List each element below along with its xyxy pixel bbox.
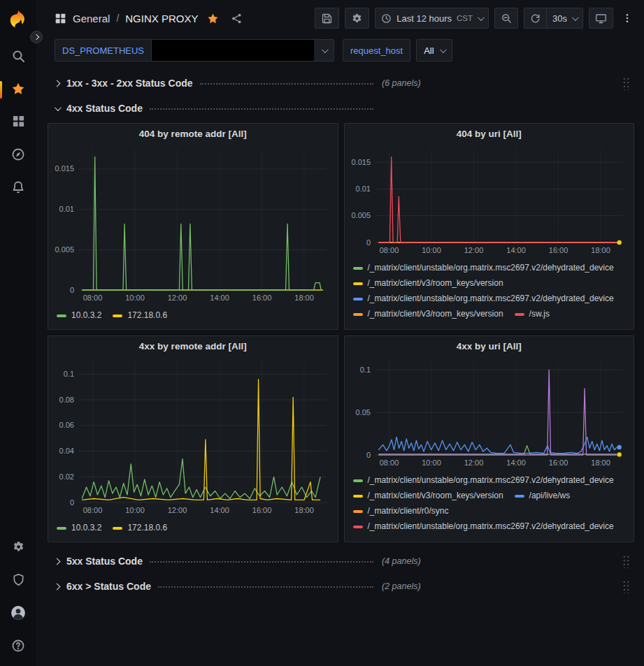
legend-item[interactable]: /_matrix/client/unstable/org.matrix.msc2…: [353, 520, 614, 533]
legend-item[interactable]: /_matrix/client/unstable/org.matrix.msc2…: [353, 474, 614, 487]
panel-title[interactable]: 4xx by remote addr [All]: [48, 336, 338, 356]
svg-text:0.01: 0.01: [59, 205, 74, 213]
row-dots: [150, 108, 373, 110]
chevron-right-icon: [54, 583, 61, 590]
sidebar-item-alerting[interactable]: [0, 172, 36, 205]
sidebar-item-starred[interactable]: [0, 73, 36, 106]
row-drag-handle[interactable]: [622, 77, 630, 90]
save-dashboard-button[interactable]: [315, 8, 339, 29]
kebab-menu-button[interactable]: [619, 10, 636, 27]
legend-item[interactable]: /_matrix/client/unstable/org.matrix.msc2…: [353, 261, 614, 275]
sidebar-item-search[interactable]: [0, 41, 36, 73]
favorite-star-button[interactable]: [204, 10, 222, 27]
chevron-right-icon: [54, 80, 61, 87]
row-title: 5xx Status Code: [66, 556, 143, 567]
svg-text:0.08: 0.08: [59, 396, 74, 404]
legend-label: 10.0.3.2: [71, 309, 101, 322]
panel-title[interactable]: 404 by uri [All]: [345, 124, 634, 143]
time-range-picker[interactable]: Last 12 hours CST: [375, 8, 489, 29]
row-header-1xx-3xx-2xx[interactable]: 1xx - 3xx - 2xx Status Code (6 panels): [48, 73, 634, 94]
svg-text:0.05: 0.05: [355, 408, 370, 417]
sidebar-item-explore[interactable]: [0, 139, 36, 172]
row-drag-handle[interactable]: [622, 580, 630, 593]
time-zone-label: CST: [457, 14, 473, 22]
sidebar-item-dashboards[interactable]: [0, 106, 36, 139]
refresh-button[interactable]: [524, 8, 547, 29]
legend-swatch: [353, 282, 363, 285]
share-dashboard-button[interactable]: [228, 10, 245, 27]
row-title: 4xx Status Code: [66, 103, 143, 114]
variable-request-host: request_host All: [343, 39, 452, 61]
variable-ds-value-redacted: [152, 40, 314, 61]
legend-swatch: [353, 267, 363, 270]
legend-item[interactable]: /_matrix/client/v3/room_keys/version: [353, 277, 503, 290]
svg-text:18:00: 18:00: [294, 294, 314, 302]
legend-item[interactable]: 10.0.3.2: [57, 521, 101, 535]
legend-item[interactable]: /_matrix/client/v3/room_keys/version: [353, 307, 503, 321]
time-series-chart[interactable]: 00.0050.010.01508:0010:0012:0014:0016:00…: [345, 143, 634, 259]
svg-text:0.06: 0.06: [59, 421, 74, 429]
legend-label: /_matrix/client/v3/room_keys/version: [368, 489, 503, 502]
legend-item[interactable]: /api/live/ws: [515, 489, 571, 502]
time-series-chart[interactable]: 00.0050.010.01508:0010:0012:0014:0016:00…: [48, 143, 338, 307]
svg-text:10:00: 10:00: [125, 506, 145, 514]
sidebar-item-help[interactable]: [0, 630, 36, 663]
panel-title[interactable]: 4xx by uri [All]: [345, 336, 634, 356]
legend-swatch: [57, 314, 66, 317]
sidebar-bottom-nav: [0, 532, 36, 666]
grafana-logo[interactable]: [6, 7, 30, 31]
svg-text:0.1: 0.1: [359, 365, 370, 374]
tv-mode-button[interactable]: [589, 8, 613, 29]
legend-item[interactable]: /sw.js: [515, 307, 550, 321]
variable-ds-prometheus: DS_PROMETHEUS: [55, 39, 334, 61]
sidebar-item-configuration[interactable]: [0, 532, 36, 565]
legend-swatch: [515, 495, 524, 498]
svg-text:16:00: 16:00: [548, 246, 568, 254]
panel-title[interactable]: 404 by remote addr [All]: [48, 124, 338, 143]
bell-icon: [11, 180, 25, 197]
row-header-4xx[interactable]: 4xx Status Code: [48, 98, 634, 119]
sidebar-item-profile[interactable]: [0, 598, 36, 630]
dashboard-settings-button[interactable]: [345, 8, 369, 29]
sidebar-item-server-admin[interactable]: [0, 565, 36, 598]
legend-item[interactable]: 172.18.0.6: [113, 309, 167, 322]
svg-text:10:00: 10:00: [125, 294, 145, 302]
row-header-6xx[interactable]: 6xx > Status Code (2 panels): [48, 576, 634, 597]
monitor-icon: [595, 13, 607, 24]
legend-item[interactable]: 10.0.3.2: [57, 309, 101, 322]
legend-label: /_matrix/client/v3/room_keys/version: [368, 307, 503, 321]
svg-text:14:00: 14:00: [210, 294, 229, 302]
row-drag-handle[interactable]: [622, 555, 630, 568]
time-series-chart[interactable]: 00.020.040.060.080.108:0010:0012:0014:00…: [48, 356, 338, 519]
row-dots: [150, 561, 373, 563]
time-series-chart[interactable]: 00.050.108:0010:0012:0014:0016:0018:00: [345, 356, 634, 472]
dashboard-title[interactable]: NGINX PROXY: [125, 13, 198, 24]
row-header-5xx[interactable]: 5xx Status Code (4 panels): [48, 551, 634, 572]
breadcrumb-folder[interactable]: General: [73, 13, 110, 24]
svg-text:0: 0: [70, 286, 74, 294]
breadcrumb: General / NGINX PROXY: [55, 10, 245, 27]
legend-label: 172.18.0.6: [127, 309, 167, 322]
row-lead: 4xx Status Code: [55, 103, 380, 114]
legend-swatch: [353, 313, 363, 316]
legend-swatch: [57, 527, 66, 530]
row-panel-count: (2 panels): [382, 581, 421, 591]
row-dots: [158, 586, 373, 588]
legend-item[interactable]: /_matrix/client/r0/sync: [353, 505, 449, 518]
legend-item[interactable]: /_matrix/client/v3/room_keys/version: [353, 489, 503, 502]
variable-ds-dropdown[interactable]: [152, 39, 334, 61]
legend-swatch: [353, 510, 363, 513]
legend-label: /_matrix/client/unstable/org.matrix.msc2…: [368, 474, 614, 487]
variable-request-host-dropdown[interactable]: All: [416, 39, 452, 61]
gear-icon: [12, 540, 25, 556]
legend-item[interactable]: /_matrix/client/unstable/org.matrix.msc2…: [353, 292, 614, 305]
chevron-down-icon: [440, 46, 447, 53]
svg-text:18:00: 18:00: [591, 458, 610, 467]
refresh-interval-dropdown[interactable]: 30s: [547, 8, 583, 29]
svg-text:12:00: 12:00: [168, 506, 187, 514]
avatar: [10, 605, 26, 623]
zoom-out-time-button[interactable]: [494, 8, 518, 29]
chevzone: [314, 40, 334, 61]
grafana-app: General / NGINX PROXY: [0, 0, 644, 666]
legend-item[interactable]: 172.18.0.6: [113, 521, 167, 535]
